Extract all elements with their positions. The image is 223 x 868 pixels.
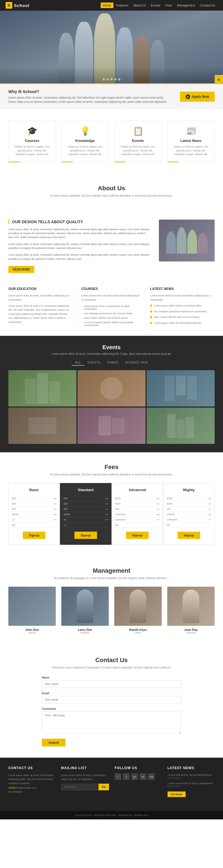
news-text-4: Lorem ipsum dolor sit consectetur daecel…: [154, 321, 201, 325]
knowledge-title: Knowledge: [66, 138, 104, 143]
fee-advanced-row-2: $200—: [115, 501, 159, 506]
events-tabs: ALL EVENTS GAMES SCIENCE FAIR: [8, 360, 215, 366]
team-name-1: John Doe: [8, 628, 56, 631]
footer-contact-info: info@info@example.com: [8, 786, 55, 789]
twitter-icon[interactable]: t: [123, 773, 129, 780]
fee-mighty-row-3: 960—: [167, 506, 211, 512]
fee-mighty-row-4: 100GB—: [167, 512, 211, 517]
fee-standard-row-6: No: [64, 522, 108, 528]
fee-standard-row-4: 60GB—: [64, 512, 108, 517]
nav-link-about[interactable]: About Us: [131, 2, 148, 8]
mailing-go-button[interactable]: Go: [99, 784, 109, 790]
fee-basic-row-4: 60GB—: [12, 512, 56, 517]
signup-basic-button[interactable]: Signup: [23, 532, 45, 539]
google-plus-icon[interactable]: g+: [131, 773, 138, 780]
courses-icon: 🎓: [13, 126, 51, 136]
name-input[interactable]: [42, 680, 181, 688]
fee-card-mighty: Mighty $306— $200— 960— 100GB— Unlimited…: [163, 483, 215, 545]
footer-news-date-1: Oct 15, 2014: [168, 777, 215, 779]
courses-column: COURSES Lorem ipsum dolor sit amet conse…: [77, 287, 146, 328]
footer-news-col: Latest News At erat velit dictum non dui…: [168, 766, 215, 797]
nav-link-fees[interactable]: Fees: [163, 2, 174, 8]
nav-link-home[interactable]: Home: [101, 2, 113, 8]
events-tab-all[interactable]: ALL: [72, 360, 84, 366]
education-column: OUR EDUCATION Lorem ipsum dolor sit amet…: [8, 287, 77, 328]
news-item-1: Lorem ipsum dolor lorem consectetur dolu…: [150, 304, 215, 308]
knowledge-desc: Nullam ac rhoncus sapien, non gravida pu…: [66, 145, 104, 156]
events-tab-sciencefair[interactable]: SCIENCE FAIR: [122, 360, 151, 366]
team-photo-1: [8, 587, 56, 626]
footer-mailing-col: Mailing list Lorem ipsum dolor sit amet,…: [61, 766, 109, 797]
three-columns: OUR EDUCATION Lorem ipsum dolor sit amet…: [0, 281, 223, 336]
quality-title: OUR DESIGN TELLS ABOUT QUALITY: [8, 220, 151, 224]
email-input[interactable]: [42, 696, 181, 704]
nav-link-features[interactable]: Features: [114, 2, 131, 8]
signup-advanced-button[interactable]: Signup: [126, 532, 149, 539]
team-role-2: Director: [61, 631, 109, 634]
nav-link-contact[interactable]: Contact Us: [198, 2, 217, 8]
nav-link-events[interactable]: Events: [149, 2, 162, 8]
why-description: Lorem ipsum dolor sit amet, consectetur …: [8, 96, 170, 104]
footer-mailing-title: Mailing list: [61, 766, 109, 770]
hero-scroll-arrow[interactable]: ▲: [215, 75, 223, 83]
comments-textarea[interactable]: [42, 712, 181, 734]
management-title: Management: [8, 567, 215, 575]
fees-grid: Basic $18— $26— $30— 60GB— 10— No Signup…: [8, 483, 215, 545]
list-item: nec molestie parturient id ad in auctor …: [81, 311, 142, 316]
get-news-button[interactable]: Get News: [168, 792, 186, 797]
facebook-icon[interactable]: f: [115, 773, 121, 780]
email-label: Email: [42, 692, 181, 695]
team-role-3: HOD: [114, 631, 162, 634]
submit-button[interactable]: Submit: [42, 739, 66, 746]
management-description: At variations of passages of Lorem Ipsum…: [8, 577, 215, 580]
events-feature-icon: 📋: [119, 126, 157, 136]
management-section: Management At variations of passages of …: [0, 556, 223, 645]
apply-icon: ▶: [186, 94, 190, 99]
hero-dot-4[interactable]: [114, 78, 116, 81]
fee-standard-row-2: $38—: [64, 501, 108, 506]
hero-dot-3[interactable]: [110, 78, 113, 81]
fee-standard-row-1: $30—: [64, 496, 108, 501]
events-description: Lorem ipsum dolor sit amet, consectetur …: [8, 352, 215, 355]
linkedin-icon[interactable]: in: [140, 773, 146, 780]
hero-dot-5[interactable]: [118, 78, 120, 81]
mailing-input-row: Go: [61, 784, 109, 790]
about-quality-content: OUR DESIGN TELLS ABOUT QUALITY Lorem ips…: [0, 214, 223, 282]
mailing-input[interactable]: [61, 784, 97, 790]
hero-overlay: [0, 66, 223, 83]
footer-follow-title: Follow us: [115, 766, 162, 770]
comments-label: Comments: [42, 707, 181, 710]
footer-news-text-1: At erat velit dictum non dui aliquid lor…: [168, 773, 215, 777]
about-image-people: [166, 227, 208, 254]
events-tab-games[interactable]: GAMES: [104, 360, 122, 366]
event-image-6: [147, 408, 215, 444]
events-tab-events[interactable]: EVENTS: [84, 360, 104, 366]
apply-now-button[interactable]: ▶ Apply Now: [180, 92, 215, 102]
fee-advanced-title: Advanced: [115, 488, 159, 492]
team-photo-3: [114, 587, 162, 626]
fee-standard-row-3: $20—: [64, 506, 108, 512]
hero-dot-1[interactable]: [103, 78, 105, 81]
hero-dot-2[interactable]: [107, 78, 109, 81]
fee-mighty-row-6: No: [167, 522, 211, 528]
contact-section: Contact Us There are many variations of …: [0, 645, 223, 758]
signup-mighty-button[interactable]: Signup: [178, 532, 200, 539]
footer-news-item-1: At erat velit dictum non dui aliquid lor…: [168, 773, 215, 779]
comments-form-group: Comments: [42, 707, 181, 735]
rss-icon[interactable]: rss: [148, 773, 155, 780]
social-icons: f t g+ in rss: [115, 773, 162, 780]
fee-mighty-row-1: $306—: [167, 496, 211, 501]
signup-standard-button[interactable]: Signup: [74, 532, 97, 539]
fee-basic-row-5: 10—: [12, 517, 56, 522]
nav-link-management[interactable]: Management: [175, 2, 197, 8]
fees-description: At lorem ipsum available, but the majori…: [8, 473, 215, 476]
why-section: Why B-School? Lorem ipsum dolor sit amet…: [0, 83, 223, 109]
courses-desc: Nullam ac rhoncus sapien, non gravida pu…: [13, 145, 51, 156]
footer: Contact us Lorem ipsum dolor sit amet. C…: [0, 758, 223, 811]
fee-basic-row-1: $18—: [12, 496, 56, 501]
contact-title: Contact Us: [8, 656, 215, 664]
fees-title: Fees: [8, 463, 215, 471]
events-gallery: [8, 370, 215, 444]
read-more-button[interactable]: READ MORE: [8, 266, 34, 273]
brand-name: School: [14, 3, 30, 8]
